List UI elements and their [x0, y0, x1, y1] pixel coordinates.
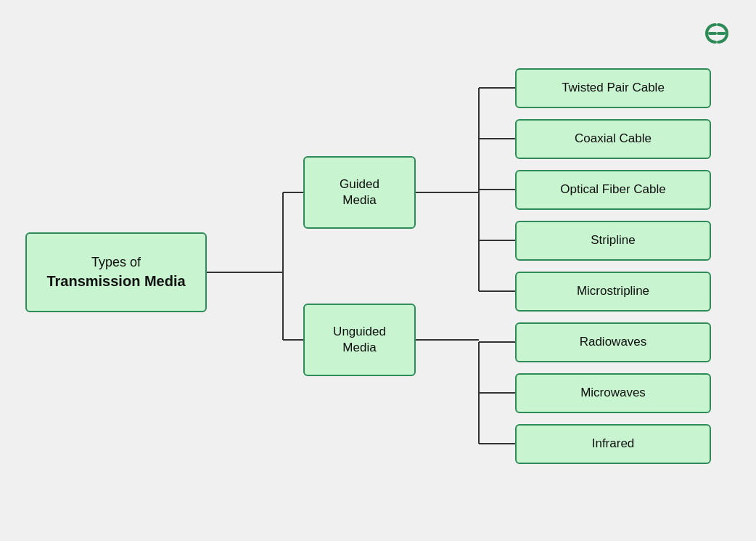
- radiowaves-label: Radiowaves: [580, 334, 647, 350]
- unguided-media-node: UnguidedMedia: [303, 304, 416, 376]
- microwaves-node: Microwaves: [515, 373, 711, 413]
- infrared-label: Infrared: [592, 436, 635, 452]
- coaxial-cable-label: Coaxial Cable: [575, 131, 652, 147]
- stripline-label: Stripline: [591, 232, 635, 248]
- twisted-pair-cable-label: Twisted Pair Cable: [562, 80, 665, 96]
- microstripline-label: Microstripline: [577, 283, 649, 299]
- microwaves-label: Microwaves: [580, 385, 646, 401]
- microstripline-node: Microstripline: [515, 272, 711, 312]
- infrared-node: Infrared: [515, 424, 711, 464]
- gfg-logo: [699, 20, 734, 46]
- optical-fiber-cable-node: Optical Fiber Cable: [515, 170, 711, 210]
- root-label-line2: Transmission Media: [46, 273, 185, 289]
- optical-fiber-cable-label: Optical Fiber Cable: [560, 182, 666, 198]
- guided-media-node: GuidedMedia: [303, 156, 416, 229]
- radiowaves-node: Radiowaves: [515, 322, 711, 362]
- unguided-media-label: UnguidedMedia: [333, 324, 386, 356]
- twisted-pair-cable-node: Twisted Pair Cable: [515, 68, 711, 108]
- root-label-line1: Types of: [91, 255, 141, 269]
- coaxial-cable-node: Coaxial Cable: [515, 119, 711, 159]
- guided-media-label: GuidedMedia: [340, 176, 379, 208]
- stripline-node: Stripline: [515, 221, 711, 261]
- root-node: Types of Transmission Media: [25, 232, 207, 312]
